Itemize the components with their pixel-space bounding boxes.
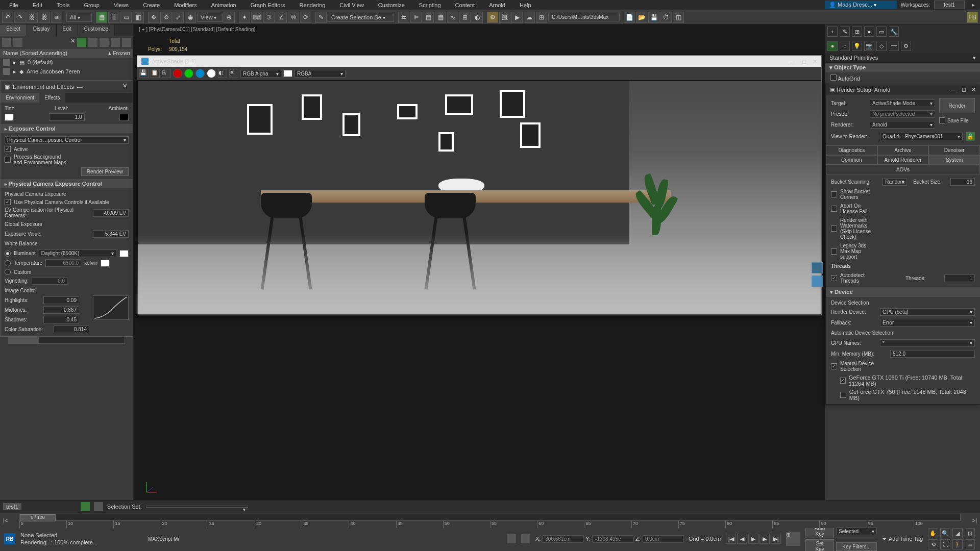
- abort-license-checkbox[interactable]: [831, 206, 837, 212]
- ambient-swatch[interactable]: [119, 114, 129, 121]
- highlights-spinner[interactable]: 0.09: [43, 296, 79, 304]
- env-tab-effects[interactable]: Effects: [39, 93, 65, 103]
- env-close-icon[interactable]: ✕: [120, 83, 129, 91]
- se-col-icon[interactable]: [111, 38, 120, 47]
- menu-edit[interactable]: Edit: [26, 2, 50, 8]
- time-tag-icon[interactable]: ⏷ Add Time Tag: [882, 536, 923, 542]
- render-save-icon[interactable]: 💾: [139, 69, 149, 78]
- visibility-icon[interactable]: [3, 59, 10, 66]
- maxscript-listener[interactable]: MAXScript Mi: [148, 536, 179, 542]
- material-editor-button[interactable]: ◐: [472, 12, 483, 23]
- render-clone-icon[interactable]: ⎘: [162, 69, 171, 78]
- menu-views[interactable]: Views: [107, 2, 136, 8]
- rendered-image[interactable]: [137, 80, 821, 315]
- temperature-radio[interactable]: [5, 260, 11, 266]
- time-ruler[interactable]: 5101520253035404550556065707580859095100: [19, 521, 961, 528]
- keyfilters-button[interactable]: Key Filters...: [836, 542, 877, 551]
- link-button[interactable]: ⛓: [27, 12, 38, 23]
- rs-tab-aovs[interactable]: AOVs: [826, 165, 980, 174]
- keyboard-shortcut-button[interactable]: ⌨: [251, 12, 262, 23]
- ev-comp-spinner[interactable]: -0.009 EV: [93, 209, 129, 217]
- ref-coord-system[interactable]: View ▾: [197, 13, 223, 22]
- preset-dropdown[interactable]: No preset selected: [870, 110, 935, 118]
- zoom-all-button[interactable]: ⊡: [965, 528, 975, 538]
- render-maximize-icon[interactable]: ◻: [802, 58, 806, 65]
- visibility-icon[interactable]: [3, 68, 10, 75]
- create-panel-icon[interactable]: +: [827, 27, 838, 37]
- gpu-names-input[interactable]: *: [880, 339, 975, 347]
- procbg-checkbox[interactable]: [5, 157, 11, 163]
- utilities-panel-icon[interactable]: 🔧: [889, 27, 899, 37]
- rotate-button[interactable]: ⟲: [160, 12, 172, 23]
- menu-scripting[interactable]: Scripting: [412, 2, 448, 8]
- schematic-view-button[interactable]: ⊞: [459, 12, 471, 23]
- menu-arnold[interactable]: Arnold: [482, 2, 512, 8]
- goto-end-button[interactable]: ▶|: [771, 534, 781, 544]
- render-mono-icon[interactable]: ◐: [218, 69, 227, 78]
- manual-dev-checkbox[interactable]: [831, 363, 837, 369]
- viewport-gizmo[interactable]: [144, 480, 159, 495]
- render-clear-icon[interactable]: ✕: [229, 69, 238, 78]
- redo-button[interactable]: ↷: [14, 12, 26, 23]
- scene-item-layer0[interactable]: ▸ ▤ 0 (default): [0, 58, 133, 67]
- menu-file[interactable]: File: [2, 2, 26, 8]
- scene-explorer-tab-edit[interactable]: Edit: [57, 24, 78, 36]
- legacy-map-checkbox[interactable]: [831, 248, 837, 255]
- menu-rendering[interactable]: Rendering: [292, 2, 333, 8]
- scene-explorer-tab-display[interactable]: Display: [27, 24, 57, 36]
- zoom-region-button[interactable]: ▭: [965, 539, 975, 549]
- play-button[interactable]: ▶: [748, 534, 758, 544]
- gpu2-checkbox[interactable]: [840, 392, 846, 398]
- toggle-ribbon-button[interactable]: ▦: [435, 12, 446, 23]
- gpu1-checkbox[interactable]: [840, 378, 846, 384]
- menu-modifiers[interactable]: Modifiers: [167, 2, 204, 8]
- watermark-checkbox[interactable]: [831, 226, 837, 232]
- z-coord[interactable]: 0.0cm: [643, 535, 683, 543]
- layer-explorer-button[interactable]: ▤: [423, 12, 434, 23]
- expand-icon[interactable]: ▸: [13, 68, 16, 75]
- active-checkbox[interactable]: [5, 146, 11, 152]
- tint-swatch[interactable]: [5, 114, 14, 121]
- systems-icon[interactable]: ⚙: [901, 41, 911, 51]
- timeline[interactable]: |< 0 / 100 >| 51015202530354045505560657…: [0, 513, 980, 528]
- render-gallery-button[interactable]: ⊞: [536, 12, 547, 23]
- saturation-spinner[interactable]: 0.814: [54, 325, 89, 333]
- select-name-button[interactable]: ☰: [108, 12, 119, 23]
- window-crossing-button[interactable]: ◧: [133, 12, 144, 23]
- workspace-arrow[interactable]: ▸: [969, 2, 978, 8]
- rsetup-close-icon[interactable]: ✕: [971, 86, 976, 93]
- render-preview-button[interactable]: Render Preview: [81, 167, 129, 176]
- setkey-button[interactable]: Set Key: [805, 539, 834, 551]
- cameras-icon[interactable]: 📷: [864, 41, 874, 51]
- pivot-button[interactable]: ⊕: [224, 12, 235, 23]
- render-device-dropdown[interactable]: GPU (beta): [880, 308, 975, 316]
- se-close-icon[interactable]: ✕: [70, 38, 75, 47]
- spacewarps-icon[interactable]: 〰: [889, 41, 899, 51]
- layer-icon[interactable]: [81, 502, 90, 511]
- viewport-navcube[interactable]: [812, 262, 823, 287]
- render-channel-dropdown[interactable]: RGB Alpha: [240, 70, 281, 78]
- geometry-icon[interactable]: ●: [827, 41, 838, 51]
- user-account[interactable]: 👤 Mads Dresc... ▾: [825, 1, 896, 9]
- bind-button[interactable]: ≋: [51, 12, 62, 23]
- snap-button[interactable]: 3: [263, 12, 275, 23]
- render-green-icon[interactable]: [184, 69, 193, 78]
- manipulate-button[interactable]: ✦: [239, 12, 250, 23]
- y-coord[interactable]: -1298.495c: [593, 535, 633, 543]
- ev-spinner[interactable]: 5.844 EV: [93, 230, 129, 238]
- render-button[interactable]: Render: [939, 98, 975, 113]
- viewport-label[interactable]: [ + ] [PhysCamera001] [Standard] [Defaul…: [139, 27, 255, 32]
- se-search-icon[interactable]: [13, 38, 22, 47]
- render-blue-icon[interactable]: [195, 69, 205, 78]
- midtones-spinner[interactable]: 0.867: [43, 306, 79, 314]
- use-phys-checkbox[interactable]: [5, 199, 11, 205]
- show-corners-checkbox[interactable]: [831, 191, 837, 197]
- se-sort-icon[interactable]: [100, 38, 109, 47]
- next-frame-button[interactable]: ▶: [760, 534, 770, 544]
- render-channel2-dropdown[interactable]: RGBA: [295, 70, 346, 78]
- left-scrollbar[interactable]: [8, 337, 125, 344]
- illuminant-radio[interactable]: [5, 251, 11, 257]
- prev-frame-button[interactable]: ◀: [737, 534, 747, 544]
- exposure-method-dropdown[interactable]: Physical Camer…posure Control: [5, 136, 129, 144]
- hierarchy-panel-icon[interactable]: ⊞: [852, 27, 862, 37]
